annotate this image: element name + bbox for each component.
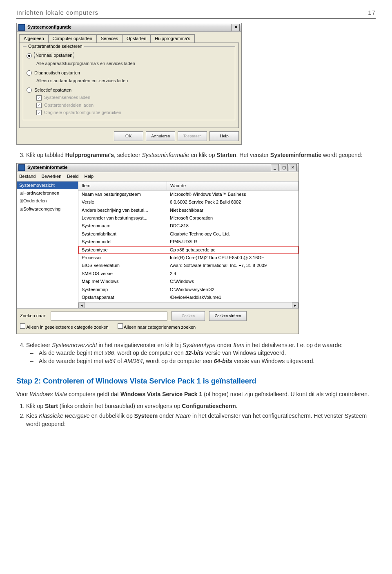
table-row[interactable]: SysteemfabrikantGigabyte Technology Co.,… <box>78 230 298 238</box>
table-row[interactable]: Opstartapparaat\Device\HarddiskVolume1 <box>78 294 298 301</box>
msconfig-button-row: OK Annuleren Toepassen Help <box>17 131 241 144</box>
close-icon[interactable]: ✕ <box>289 164 297 171</box>
tree-onderdelen[interactable]: ⊞Onderdelen <box>17 197 78 205</box>
search-label: Zoeken naar: <box>20 313 47 319</box>
search-button[interactable]: Zoeken <box>172 311 205 321</box>
radio-icon <box>27 53 32 58</box>
tab-services[interactable]: Services <box>96 34 122 43</box>
chk-original-boot: Originele opstartconfiguratie gebruiken <box>36 110 232 116</box>
scrollbar-horizontal[interactable]: ◄ ► <box>78 302 298 308</box>
cell-item: Systeemtype <box>78 246 167 254</box>
tree-softwareomgeving[interactable]: ⊞Softwareomgeving <box>17 205 78 213</box>
cell-item: BIOS-versie/datum <box>78 262 167 269</box>
msconfig-window-title: Systeemconfiguratie <box>27 24 232 30</box>
chk-label: Originele opstartconfiguratie gebruiken <box>44 110 121 116</box>
sysinfo-window: Systeeminformatie _ ▢ ✕ Bestand Bewerken… <box>16 163 299 334</box>
expand-icon[interactable]: ⊞ <box>19 198 23 204</box>
tab-hulpprogrammas[interactable]: Hulpprogramma's <box>150 34 194 43</box>
table-row[interactable]: Andere beschrijving van besturi...Niet b… <box>78 206 298 214</box>
tree-hardwarebronnen[interactable]: ⊞Hardwarebronnen <box>17 189 78 197</box>
page-number: 17 <box>368 8 376 17</box>
tree-root[interactable]: Systeemoverzicht <box>17 182 78 189</box>
grid-body[interactable]: Naam van besturingssysteemMicrosoft® Win… <box>78 191 298 302</box>
ok-button[interactable]: OK <box>114 131 143 141</box>
cell-item: SMBIOS-versie <box>78 270 167 278</box>
scroll-right-icon[interactable]: ► <box>292 303 298 308</box>
cell-value: C:\Windows <box>167 278 298 285</box>
step2-2: Kies Klassieke weergave en dubbelklik op… <box>26 412 376 428</box>
sysinfo-titlebar[interactable]: Systeeminformatie _ ▢ ✕ <box>17 164 298 172</box>
radio-icon <box>27 70 32 76</box>
step2-1: Klik op Start (links onderin het bureaub… <box>26 402 376 410</box>
apply-button[interactable]: Toepassen <box>178 131 207 141</box>
tab-computer-opstarten[interactable]: Computer opstarten <box>48 34 97 43</box>
radio-normal-desc: Alle apparaatstuurprogramma's en service… <box>36 61 232 67</box>
search-input[interactable] <box>51 312 167 321</box>
table-row[interactable]: SysteemmodelEP45-UD3LR <box>78 238 298 246</box>
radio-icon <box>27 87 32 93</box>
col-value: Waarde <box>167 182 298 190</box>
menu-help[interactable]: Help <box>84 173 94 179</box>
step-4: Selecteer Systeemoverzicht in het naviga… <box>26 341 376 365</box>
table-row[interactable]: SysteemmapC:\Windows\system32 <box>78 286 298 294</box>
cell-value: Op x86 gebaseerde pc <box>167 246 298 254</box>
radio-diagnostic-startup[interactable]: Diagnostisch opstarten <box>27 70 232 76</box>
sysinfo-searchbar: Zoeken naar: Zoeken Zoeken sluiten <box>17 308 298 323</box>
close-icon[interactable]: ✕ <box>232 24 240 31</box>
menu-bestand[interactable]: Bestand <box>19 173 36 179</box>
menu-bewerken[interactable]: Bewerken <box>41 173 61 179</box>
cell-value: 6.0.6002 Service Pack 2 Build 6002 <box>167 198 298 206</box>
chk-search-selected-category[interactable]: Alleen in geselecteerde categorie zoeken <box>20 323 109 330</box>
table-row[interactable]: ProcessorIntel(R) Core(TM)2 Duo CPU E850… <box>78 254 298 262</box>
cell-value: EP45-UD3LR <box>167 238 298 246</box>
search-close-button[interactable]: Zoeken sluiten <box>209 311 247 321</box>
chk-search-category-names[interactable]: Alleen naar categorienamen zoeken <box>118 323 196 330</box>
msconfig-app-icon <box>18 24 25 31</box>
table-row[interactable]: SMBIOS-versie2.4 <box>78 270 298 278</box>
col-item: Item <box>78 182 167 190</box>
window-controls: _ ▢ ✕ <box>271 164 297 171</box>
cancel-button[interactable]: Annuleren <box>146 131 175 141</box>
menu-beeld[interactable]: Beeld <box>67 173 78 179</box>
table-row[interactable]: Leverancier van besturingssyst...Microso… <box>78 214 298 222</box>
expand-icon[interactable]: ⊞ <box>19 206 23 212</box>
cell-value: 2.4 <box>167 270 298 278</box>
cell-value: Niet beschikbaar <box>167 206 298 214</box>
doc-section-title: Inrichten lokale computers <box>16 8 98 17</box>
cell-item: Naam van besturingssysteem <box>78 191 167 198</box>
msconfig-titlebar[interactable]: Systeemconfiguratie ✕ <box>17 23 241 32</box>
table-row[interactable]: Naam van besturingssysteemMicrosoft® Win… <box>78 191 298 198</box>
scroll-left-icon[interactable]: ◄ <box>78 303 85 308</box>
cell-item: Systeemmap <box>78 286 167 294</box>
chk-label: Opstartonderdelen laden <box>44 102 94 108</box>
help-button[interactable]: Help <box>209 131 239 141</box>
msconfig-tabs: Algemeen Computer opstarten Services Ops… <box>17 32 241 43</box>
table-row[interactable]: SysteemtypeOp x86 gebaseerde pc <box>78 246 298 254</box>
radio-diag-desc: Alleen standaardapparaten en -services l… <box>36 78 232 84</box>
table-row[interactable]: Versie6.0.6002 Service Pack 2 Build 6002 <box>78 198 298 206</box>
startup-method-group: Opstartmethode selecteren Normaal opstar… <box>23 46 235 120</box>
table-row[interactable]: Map met WindowsC:\Windows <box>78 278 298 285</box>
cell-item: Map met Windows <box>78 278 167 285</box>
cell-value: DDC-818 <box>167 222 298 230</box>
msconfig-window: Systeemconfiguratie ✕ Algemeen Computer … <box>16 23 242 145</box>
cell-value: Award Software International, Inc. F7, 3… <box>167 262 298 269</box>
table-row[interactable]: BIOS-versie/datumAward Software Internat… <box>78 262 298 269</box>
sysinfo-app-icon <box>18 164 25 171</box>
maximize-icon[interactable]: ▢ <box>280 164 288 171</box>
tab-opstarten[interactable]: Opstarten <box>122 34 151 43</box>
table-row[interactable]: SysteemnaamDDC-818 <box>78 222 298 230</box>
radio-selective-startup[interactable]: Selectief opstarten <box>27 87 232 93</box>
expand-icon[interactable]: ⊞ <box>19 190 23 196</box>
radio-normal-startup[interactable]: Normaal opstarten <box>27 52 232 59</box>
sysinfo-window-title: Systeeminformatie <box>27 164 271 170</box>
cell-item: Andere beschrijving van besturi... <box>78 206 167 214</box>
doc-body: Klik op tabblad Hulpprogramma's, selecte… <box>16 151 376 159</box>
sysinfo-tree[interactable]: Systeemoverzicht ⊞Hardwarebronnen ⊞Onder… <box>17 182 78 308</box>
tab-algemeen[interactable]: Algemeen <box>19 34 49 43</box>
chk-startup-items: Opstartonderdelen laden <box>36 102 232 108</box>
sysinfo-menubar: Bestand Bewerken Beeld Help <box>17 172 298 181</box>
grid-header[interactable]: Item Waarde <box>78 182 298 191</box>
minimize-icon[interactable]: _ <box>271 164 279 171</box>
cell-item: Systeemfabrikant <box>78 230 167 238</box>
